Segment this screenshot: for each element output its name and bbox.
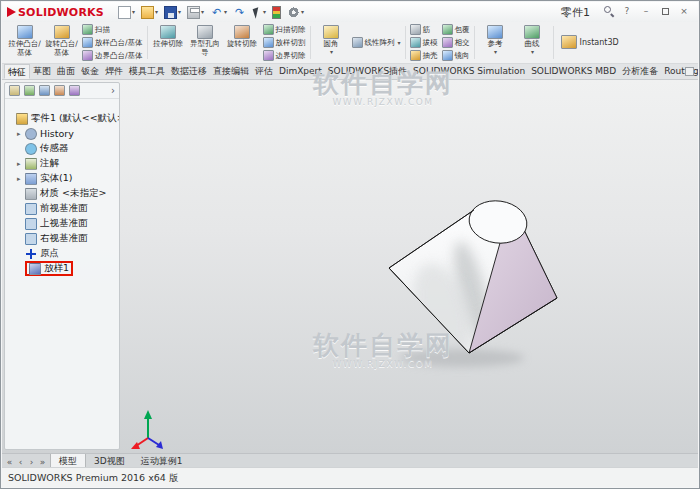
tab-surfaces[interactable]: 曲面 [54,64,78,79]
linear-pattern-button[interactable]: 线性阵列▾ [351,37,402,49]
fillet-button[interactable]: 圆角 ▾ [314,23,349,62]
rib-button[interactable]: 筋 [409,24,439,36]
extrude-cut-label: 拉伸切除 [151,40,186,49]
mirror-label: 镜向 [455,51,470,61]
reference-geometry-button[interactable]: 参考 ▾ [478,23,513,62]
part-icon [16,113,28,125]
revolve-boss-button[interactable]: 旋转凸台/基体 [44,23,79,62]
configurationmanager-tab-icon[interactable] [39,85,50,96]
mirror-button[interactable]: 镜向 [441,50,471,62]
tree-item-front-plane[interactable]: 前视基准面 [5,201,119,216]
rebuild-button[interactable] [270,4,283,21]
loft-boss-button[interactable]: 放样凸台/基体 [81,37,144,49]
solidworks-logo-text: SOLIDWORKS [18,6,104,19]
solid-bodies-folder-icon [25,173,37,185]
expand-arrow-icon[interactable]: ▸ [17,175,25,183]
nav-prev-icon[interactable]: ‹ [16,457,25,467]
tree-item-solid-bodies[interactable]: ▸ 实体(1) [5,171,119,186]
sweep-boss-button[interactable]: 扫描 [81,24,144,36]
maximize-button[interactable] [658,5,672,19]
expand-arrow-icon[interactable]: ▸ [17,130,25,138]
hole-wizard-button[interactable]: 异型孔向导 [188,23,223,62]
shell-label: 抽壳 [423,51,438,61]
tree-item-sensors[interactable]: 传感器 [5,141,119,156]
wrap-icon [442,24,453,35]
boundary-cut-button[interactable]: 边界切除 [262,50,307,62]
revolve-cut-button[interactable]: 旋转切除 [225,23,260,62]
dimxpertmanager-tab-icon[interactable] [54,85,65,96]
intersect-button[interactable]: 相交 [441,37,471,49]
draft-label: 拔模 [423,38,438,48]
tab-solidworks-addins[interactable]: SOLIDWORKS插件 [325,64,410,79]
ribbon-group-features-misc: 筋 拔模 抽壳 包覆 相交 镜向 [407,23,473,62]
tab-weldments[interactable]: 焊件 [102,64,126,79]
select-pointer-icon [253,7,262,18]
new-document-button[interactable]: ▾ [116,4,137,21]
displaymanager-tab-icon[interactable] [69,85,80,96]
tree-item-label: 放样1 [44,262,69,275]
nav-last-icon[interactable]: » [38,457,47,467]
wrap-button[interactable]: 包覆 [441,24,471,36]
tree-item-annotations[interactable]: ▸ 注解 [5,156,119,171]
extrude-cut-button[interactable]: 拉伸切除 [151,23,186,62]
tree-item-loft1[interactable]: 放样1 [5,261,119,276]
tab-direct-editing[interactable]: 直接编辑 [210,64,252,79]
sweep-cut-button[interactable]: 扫描切除 [262,24,307,36]
extrude-boss-button[interactable]: 拉伸凸台/基体 [7,23,42,62]
tab-features[interactable]: 特征 [4,64,30,79]
tree-root-label: 零件1 (默认<<默认>_显示状态 [31,112,119,125]
extrude-boss-icon [17,25,33,39]
tab-data-migration[interactable]: 数据迁移 [168,64,210,79]
tab-analysis-preparation[interactable]: 分析准备 [619,64,661,79]
caret-down-icon: ▾ [155,9,158,15]
options-button[interactable]: ▾ [285,4,306,21]
search-button[interactable] [601,5,615,19]
curves-button[interactable]: 曲线 ▾ [515,23,550,62]
tree-item-history[interactable]: ▸ History [5,126,119,141]
panel-expand-icon[interactable]: › [111,86,115,96]
boundary-boss-button[interactable]: 边界凸台/基体 [81,50,144,62]
save-button[interactable]: ▾ [162,4,183,21]
tree-item-right-plane[interactable]: 右视基准面 [5,231,119,246]
pin-ribbon-button[interactable] [685,67,694,76]
tab-sketch[interactable]: 草图 [30,64,54,79]
tab-solidworks-mbd[interactable]: SOLIDWORKS MBD [528,64,619,79]
open-button[interactable]: ▾ [139,4,160,21]
loft-solid[interactable] [389,197,557,364]
caret-down-icon: ▾ [201,9,204,15]
select-button[interactable]: ▾ [250,4,268,21]
nav-first-icon[interactable]: « [5,457,14,467]
loft-cut-label: 放样切割 [276,38,306,48]
solidworks-logo: SOLIDWORKS [7,6,104,19]
tab-evaluate[interactable]: 评估 [252,64,276,79]
tree-item-top-plane[interactable]: 上视基准面 [5,216,119,231]
ribbon-separator [474,26,475,59]
print-button[interactable]: ▾ [185,4,206,21]
tree-item-material[interactable]: 材质 <未指定> [5,186,119,201]
expand-arrow-icon[interactable]: ▸ [17,160,25,168]
propertymanager-tab-icon[interactable] [24,85,35,96]
featuremanager-tab-icon[interactable] [9,85,20,96]
undo-button[interactable]: ↶▾ [208,4,229,21]
tree-item-origin[interactable]: 原点 [5,246,119,261]
origin-icon [25,248,37,260]
help-button[interactable]: ? [620,5,634,19]
nav-next-icon[interactable]: › [27,457,36,467]
loft-cut-button[interactable]: 放样切割 [262,37,307,49]
minimize-button[interactable]: – [639,5,653,19]
tree-root[interactable]: 零件1 (默认<<默认>_显示状态 [5,111,119,126]
tab-sheet-metal[interactable]: 钣金 [78,64,102,79]
rib-label: 筋 [423,25,431,35]
document-title: 零件1 [561,5,590,20]
curves-icon [524,25,540,39]
close-button[interactable]: × [677,5,691,19]
ribbon-group-cut: 拉伸切除 异型孔向导 旋转切除 扫描切除 放样切割 边界切除 [149,23,309,62]
draft-button[interactable]: 拔模 [409,37,439,49]
tab-solidworks-simulation[interactable]: SOLIDWORKS Simulation [410,64,528,79]
instant3d-button[interactable]: Instant3D [557,23,623,62]
tab-mold-tools[interactable]: 模具工具 [126,64,168,79]
redo-button[interactable]: ↷ [231,4,248,21]
tab-dimxpert[interactable]: DimXpert [276,64,325,79]
solidworks-window: SOLIDWORKS ▾ ▾ ▾ ▾ ↶▾ ↷ ▾ ▾ 零件1 ? – × 拉伸… [0,0,700,489]
shell-button[interactable]: 抽壳 [409,50,439,62]
